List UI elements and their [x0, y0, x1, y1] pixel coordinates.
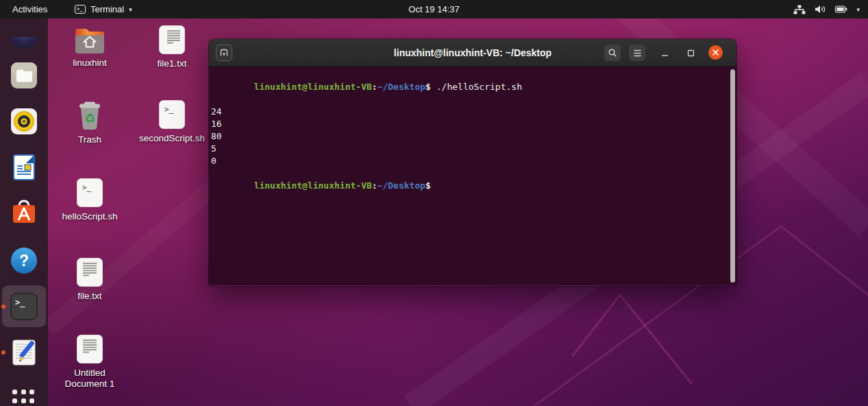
prompt-colon: : [372, 82, 377, 92]
activities-button[interactable]: Activities [10, 0, 50, 19]
dock: ? >_ [0, 19, 48, 406]
terminal-content[interactable]: linuxhint@linuxhint-VB:~/Desktop$ ./hell… [209, 67, 736, 285]
text-editor-running-dot [1, 350, 5, 355]
desktop-icon-trash[interactable]: ♻ Trash [52, 99, 127, 145]
terminal-output-line: 5 [211, 143, 727, 155]
dock-item-files[interactable] [9, 60, 39, 91]
text-file-icon [158, 25, 186, 55]
icon-label: linuxhint [73, 58, 107, 69]
battery-icon [835, 5, 847, 13]
prompt-colon: : [372, 180, 377, 191]
terminal-running-dot [1, 304, 5, 309]
text-editor-icon [9, 337, 39, 368]
terminal-prompt-line: linuxhint@linuxhint-VB:~/Desktop$ [211, 167, 727, 204]
terminal-output-line: 24 [211, 106, 727, 118]
typed-command: ./helloScript.sh [431, 82, 522, 92]
show-applications-button[interactable] [12, 390, 36, 406]
top-bar: Activities >_ Terminal ▾ Oct 19 14:37 [0, 0, 868, 19]
dock-item-terminal[interactable]: >_ [9, 291, 39, 322]
desktop-icon-secondscript[interactable]: >_ secondScript.sh [134, 99, 210, 144]
icon-label: Untitled Document 1 [58, 368, 121, 390]
partial-app-icon[interactable] [11, 37, 37, 49]
svg-text:>_: >_ [164, 105, 174, 114]
search-icon [608, 48, 617, 58]
prompt-dollar: $ [425, 82, 431, 92]
prompt-path: ~/Desktop [377, 82, 425, 92]
svg-text:>_: >_ [82, 183, 92, 192]
script-file-icon: >_ [76, 178, 103, 208]
close-icon [712, 49, 719, 56]
desktop-icon-linuxhint[interactable]: linuxhint [52, 25, 127, 69]
terminal-output-line: 16 [211, 118, 727, 130]
terminal-window: linuxhint@linuxhint-VB: ~/Desktop [209, 39, 736, 286]
prompt-path: ~/Desktop [377, 180, 425, 191]
prompt-dollar: $ [425, 180, 431, 191]
svg-text:?: ? [19, 252, 29, 270]
app-menu-label: Terminal [90, 4, 124, 14]
rhythmbox-icon [9, 106, 39, 136]
chevron-down-icon: ▾ [129, 6, 132, 13]
maximize-icon [687, 49, 695, 57]
terminal-icon: >_ [9, 291, 39, 322]
terminal-titlebar[interactable]: linuxhint@linuxhint-VB: ~/Desktop [209, 39, 736, 67]
terminal-scrollbar[interactable] [730, 69, 735, 283]
dock-item-rhythmbox[interactable] [9, 106, 39, 136]
prompt-user-host: linuxhint@linuxhint-VB [254, 180, 372, 191]
menu-button[interactable] [629, 45, 645, 61]
svg-text:♻: ♻ [84, 111, 95, 126]
minimize-icon [661, 49, 669, 57]
dock-item-ubuntu-software[interactable] [9, 197, 39, 227]
terminal-mini-icon: >_ [75, 5, 86, 14]
ubuntu-software-icon [9, 197, 39, 227]
icon-label: Trash [78, 134, 101, 145]
files-icon [9, 60, 39, 91]
help-icon: ? [9, 246, 39, 276]
network-icon [793, 5, 806, 14]
home-folder-icon [73, 25, 107, 54]
desktop-icon-file1[interactable]: file1.txt [134, 25, 210, 69]
trash-icon: ♻ [75, 99, 105, 131]
system-status-area[interactable]: ▾ [793, 0, 860, 19]
desktop-icon-filetxt[interactable]: file.txt [52, 257, 127, 302]
volume-icon [815, 5, 826, 14]
script-file-icon: >_ [158, 99, 186, 130]
text-file-icon [76, 257, 103, 287]
desktop-icon-helloscript[interactable]: >_ helloScript.sh [52, 178, 127, 222]
new-tab-button[interactable] [216, 45, 232, 61]
terminal-prompt-line: linuxhint@linuxhint-VB:~/Desktop$ ./hell… [211, 69, 727, 106]
icon-label: secondScript.sh [139, 133, 205, 144]
dock-item-text-editor[interactable] [9, 337, 39, 368]
search-button[interactable] [604, 45, 621, 61]
hamburger-menu-icon [633, 49, 642, 57]
close-button[interactable] [708, 45, 723, 60]
terminal-output-line: 80 [211, 130, 727, 143]
clock-label[interactable]: Oct 19 14:37 [408, 4, 459, 14]
new-tab-icon [219, 48, 229, 58]
libreoffice-writer-icon [9, 152, 39, 182]
svg-text:>_: >_ [15, 298, 25, 308]
dock-item-libreoffice-writer[interactable] [9, 152, 39, 182]
system-menu-caret-icon: ▾ [856, 6, 860, 13]
minimize-button[interactable] [656, 45, 673, 61]
app-menu-terminal[interactable]: >_ Terminal ▾ [72, 0, 135, 19]
terminal-output-line: 0 [211, 155, 727, 167]
ubuntu-desktop: Activities >_ Terminal ▾ Oct 19 14:37 [0, 0, 868, 406]
prompt-user-host: linuxhint@linuxhint-VB [254, 82, 372, 92]
desktop-icon-untitled-document[interactable]: Untitled Document 1 [52, 334, 127, 390]
icon-label: file1.txt [158, 58, 187, 69]
icon-label: file.txt [77, 291, 101, 302]
dock-item-help[interactable]: ? [9, 246, 39, 276]
text-file-icon [76, 334, 103, 364]
icon-label: helloScript.sh [62, 211, 117, 222]
maximize-button[interactable] [682, 45, 699, 61]
